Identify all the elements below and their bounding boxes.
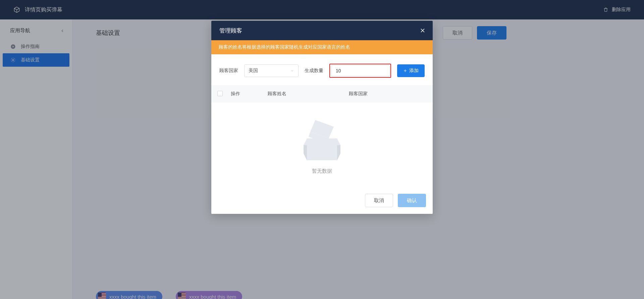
manage-customers-modal: 管理顾客 顾客的姓名将根据选择的顾客国家随机生成对应国家语言的姓名 顾客国家 美… — [211, 21, 433, 214]
add-button[interactable]: 添加 — [397, 64, 425, 77]
country-label: 顾客国家 — [219, 68, 238, 74]
empty-text: 暂无数据 — [312, 168, 332, 174]
col-name: 顾客姓名 — [268, 91, 345, 97]
count-input[interactable] — [331, 65, 390, 76]
count-input-highlight — [329, 64, 391, 78]
count-label: 生成数量 — [305, 68, 323, 74]
modal-confirm-button[interactable]: 确认 — [398, 194, 426, 207]
svg-marker-4 — [304, 138, 340, 145]
table-header: 操作 顾客姓名 顾客国家 — [211, 85, 433, 103]
country-value: 美国 — [249, 68, 258, 74]
empty-box-icon — [297, 118, 347, 162]
close-icon[interactable] — [419, 27, 426, 34]
modal-overlay[interactable]: 管理顾客 顾客的姓名将根据选择的顾客国家随机生成对应国家语言的姓名 顾客国家 美… — [0, 0, 644, 299]
svg-rect-5 — [307, 145, 337, 160]
country-select[interactable]: 美国 — [244, 64, 299, 77]
plus-icon — [403, 69, 407, 73]
modal-cancel-button[interactable]: 取消 — [365, 194, 393, 207]
modal-title: 管理顾客 — [219, 27, 242, 35]
svg-marker-7 — [337, 145, 340, 160]
col-operation: 操作 — [231, 91, 264, 97]
chevron-down-icon — [290, 69, 294, 73]
select-all-checkbox[interactable] — [217, 91, 223, 96]
add-label: 添加 — [409, 68, 419, 74]
empty-state: 暂无数据 — [211, 103, 433, 190]
col-country: 顾客国家 — [349, 91, 427, 97]
svg-marker-6 — [304, 145, 307, 160]
modal-notice: 顾客的姓名将根据选择的顾客国家随机生成对应国家语言的姓名 — [211, 40, 433, 54]
